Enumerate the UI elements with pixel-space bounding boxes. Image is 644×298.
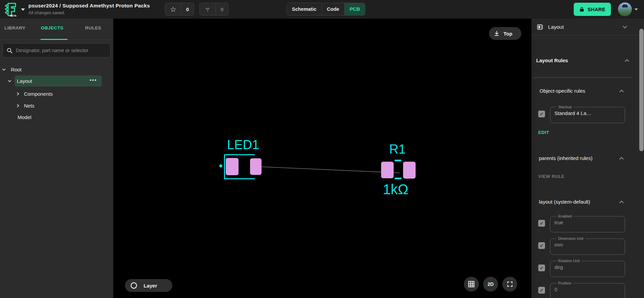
- share-button[interactable]: SHARE: [574, 3, 611, 16]
- inspector-body: Layout Rules Object-specific rules ✓ Sta…: [531, 36, 639, 298]
- tab-rules[interactable]: RULES: [85, 25, 101, 30]
- download-arrow-icon: [494, 30, 500, 37]
- section-parents[interactable]: parents (inherited rules): [539, 154, 623, 162]
- flux-logo[interactable]: BETA: [3, 2, 19, 17]
- avatar[interactable]: [618, 2, 632, 16]
- dimension-unit-field-row: ✓ Dimension Unit mm: [538, 236, 639, 255]
- chevron-down-icon[interactable]: [8, 79, 11, 82]
- grid-toggle-button[interactable]: [464, 277, 479, 292]
- fork-icon: [204, 6, 211, 13]
- app-window: BETA psuser2024 / Supposed Amethyst Prot…: [0, 0, 644, 298]
- stackup-field-row: ✓ Stackup Standard 4 La…: [538, 105, 639, 123]
- tree-item-nets[interactable]: Nets: [0, 101, 113, 110]
- ratsnest-line: [113, 19, 531, 298]
- layer-label: Layer: [144, 283, 157, 289]
- led1-pad-2[interactable]: [250, 158, 262, 175]
- dimension-unit-checkbox[interactable]: ✓: [538, 242, 545, 249]
- tree-item-layout[interactable]: Layout •••: [0, 75, 113, 87]
- rotation-unit-field-row: ✓ Rotation Unit deg: [538, 259, 639, 277]
- r1-value-label: 1kΩ: [383, 181, 408, 198]
- fork-count: 0: [216, 3, 228, 15]
- position-value[interactable]: 0: [554, 286, 621, 292]
- panel-scrollbar-thumb[interactable]: [639, 29, 644, 151]
- board-side-button[interactable]: Top: [489, 27, 521, 40]
- divider: [533, 77, 631, 78]
- dimension-unit-field[interactable]: Dimension Unit mm: [550, 236, 625, 255]
- board-side-label: Top: [503, 31, 512, 37]
- r1-silk-dash-top: [395, 160, 401, 161]
- save-status: All changes saved.: [28, 10, 150, 15]
- chevron-up-icon[interactable]: [619, 200, 624, 205]
- stackup-checkbox[interactable]: ✓: [538, 111, 545, 117]
- tab-objects[interactable]: OBJECTS: [41, 25, 64, 30]
- enabled-field[interactable]: Enabled true: [550, 214, 625, 232]
- top-bar: BETA psuser2024 / Supposed Amethyst Prot…: [0, 0, 644, 19]
- position-field[interactable]: Position 0: [550, 281, 625, 298]
- inspector-header[interactable]: Layout: [531, 19, 644, 36]
- tree-item-components[interactable]: Components: [0, 89, 113, 98]
- inspector-title: Layout: [548, 24, 564, 30]
- project-title[interactable]: psuser2024 / Supposed Amethyst Proton Pa…: [28, 3, 150, 9]
- mode-tabs: Schematic Code PCB: [287, 3, 365, 16]
- r1-pad-2[interactable]: [403, 162, 416, 179]
- tab-code[interactable]: Code: [322, 3, 344, 15]
- chip-icon: [536, 23, 544, 31]
- chevron-up-icon[interactable]: [619, 89, 624, 94]
- chevron-down-icon[interactable]: [2, 67, 6, 71]
- led1-designator: LED1: [227, 138, 259, 152]
- fork-button[interactable]: [200, 3, 216, 15]
- position-field-row: ✓ Position 0: [538, 281, 639, 298]
- dimension-unit-value[interactable]: mm: [554, 242, 621, 248]
- enabled-field-row: ✓ Enabled true: [538, 214, 639, 232]
- fork-group: 0: [199, 3, 228, 16]
- rotation-unit-field[interactable]: Rotation Unit deg: [550, 259, 625, 277]
- pcb-canvas[interactable]: LED1 R1 1kΩ Top Layer: [113, 19, 531, 298]
- section-layout-rules[interactable]: Layout Rules: [536, 56, 628, 64]
- rotation-unit-checkbox[interactable]: ✓: [538, 265, 545, 271]
- stackup-field[interactable]: Stackup Standard 4 La…: [550, 105, 625, 123]
- section-layout-default[interactable]: layout (system-default): [539, 198, 623, 205]
- tab-pcb[interactable]: PCB: [344, 3, 365, 15]
- section-object-specific[interactable]: Object-specific rules: [540, 87, 623, 94]
- stackup-value[interactable]: Standard 4 La…: [554, 110, 621, 116]
- enabled-checkbox[interactable]: ✓: [538, 220, 545, 227]
- fullscreen-icon: [506, 281, 513, 288]
- share-label: SHARE: [588, 7, 605, 12]
- r1-pad-1[interactable]: [381, 162, 394, 178]
- project-menu-caret-icon[interactable]: [21, 8, 25, 11]
- chevron-up-icon[interactable]: [619, 157, 624, 161]
- search-icon: [6, 47, 13, 54]
- view-2d-button[interactable]: 2D: [483, 277, 498, 292]
- account-menu-caret-icon[interactable]: [635, 8, 638, 10]
- flux-logo-icon: BETA: [3, 2, 19, 17]
- beta-badge: BETA: [10, 15, 17, 17]
- chevron-up-icon[interactable]: [625, 59, 629, 63]
- search-input[interactable]: [16, 48, 107, 53]
- chevron-right-icon[interactable]: [16, 104, 19, 107]
- project-title-block: psuser2024 / Supposed Amethyst Proton Pa…: [28, 3, 150, 15]
- position-checkbox[interactable]: ✓: [538, 287, 545, 294]
- layer-button[interactable]: Layer: [125, 279, 172, 292]
- inspector-panel: Layout Layout Rules Object-specific rule…: [531, 19, 644, 298]
- rotation-unit-value[interactable]: deg: [554, 264, 621, 270]
- chevron-down-icon[interactable]: [623, 24, 627, 28]
- view-rule-link[interactable]: VIEW RULE: [538, 174, 639, 179]
- selected-tree-row[interactable]: Layout •••: [15, 75, 102, 87]
- star-group: ☆ 0: [165, 3, 194, 16]
- led1-pin1-dot: [219, 164, 222, 167]
- enabled-value[interactable]: true: [554, 220, 621, 225]
- fullscreen-button[interactable]: [502, 277, 517, 292]
- object-search: [3, 43, 110, 58]
- edit-stackup-link[interactable]: EDIT: [538, 130, 639, 135]
- more-options-icon[interactable]: •••: [90, 80, 97, 82]
- tab-library[interactable]: LIBRARY: [4, 25, 25, 30]
- left-sidebar: LIBRARY OBJECTS RULES Root Layout •••: [0, 19, 113, 298]
- r1-designator: R1: [389, 142, 406, 157]
- tree-item-model[interactable]: Model: [0, 112, 113, 122]
- star-button[interactable]: ☆: [165, 3, 181, 15]
- tab-schematic[interactable]: Schematic: [287, 3, 322, 15]
- tree-item-root[interactable]: Root: [0, 65, 113, 74]
- chevron-right-icon[interactable]: [16, 92, 19, 95]
- led1-pad-1[interactable]: [226, 158, 239, 175]
- active-tab-underline: [41, 39, 68, 40]
